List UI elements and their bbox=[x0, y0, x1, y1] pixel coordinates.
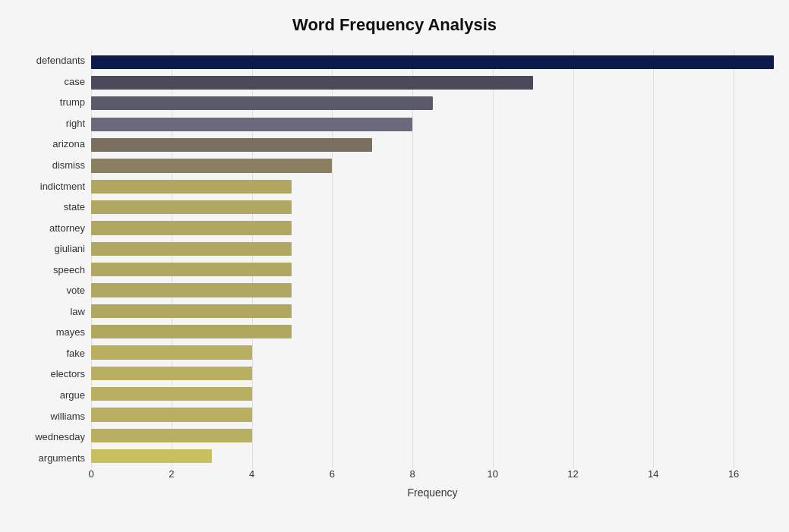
y-label: speech bbox=[53, 265, 85, 275]
bar bbox=[91, 345, 252, 359]
bar-row bbox=[91, 405, 774, 425]
x-tick: 0 bbox=[88, 468, 93, 480]
y-label: giuliani bbox=[55, 244, 85, 253]
bar-row bbox=[91, 72, 774, 93]
y-label: trump bbox=[60, 97, 85, 107]
bar bbox=[91, 263, 292, 276]
bar-row bbox=[91, 156, 774, 176]
bar-row bbox=[91, 218, 774, 238]
x-tick: 16 bbox=[728, 468, 739, 480]
bar bbox=[91, 242, 292, 256]
bar bbox=[91, 76, 533, 90]
y-label: electors bbox=[50, 369, 85, 379]
bar bbox=[91, 429, 252, 442]
bar-row bbox=[91, 197, 774, 217]
bar-row bbox=[91, 446, 774, 467]
bar-row bbox=[91, 425, 774, 445]
y-label: attorney bbox=[49, 223, 85, 233]
bar bbox=[91, 325, 292, 338]
bar bbox=[91, 304, 292, 318]
y-label: fake bbox=[66, 348, 85, 358]
bar-row bbox=[91, 342, 774, 363]
x-ticks-row: 0246810121416 bbox=[91, 468, 774, 483]
y-label: wednesday bbox=[35, 432, 85, 442]
y-label: arizona bbox=[52, 139, 85, 149]
bar bbox=[91, 200, 292, 214]
y-label: right bbox=[66, 118, 85, 128]
bar bbox=[91, 283, 292, 297]
y-label: case bbox=[65, 77, 85, 87]
bar-row bbox=[91, 93, 774, 114]
x-axis-label: Frequency bbox=[91, 486, 774, 499]
bar-row bbox=[91, 321, 774, 342]
y-label: defendants bbox=[36, 55, 85, 65]
bar-row bbox=[91, 280, 774, 301]
x-tick: 14 bbox=[648, 468, 658, 480]
y-label: argue bbox=[60, 390, 85, 400]
bar bbox=[91, 159, 332, 172]
grid-and-bars bbox=[91, 50, 774, 468]
x-tick: 12 bbox=[567, 468, 578, 480]
x-tick: 2 bbox=[169, 468, 174, 480]
bar-row bbox=[91, 176, 774, 197]
bar-row bbox=[91, 114, 774, 134]
bar bbox=[91, 55, 774, 69]
x-tick: 6 bbox=[330, 468, 335, 480]
y-label: vote bbox=[66, 285, 85, 295]
y-label: law bbox=[70, 307, 85, 316]
bar-row bbox=[91, 238, 774, 259]
chart-area: defendantscasetrumprightarizonadismissin… bbox=[15, 50, 774, 468]
bar bbox=[91, 367, 252, 380]
y-label: indictment bbox=[40, 181, 85, 191]
chart-title: Word Frequency Analysis bbox=[15, 15, 774, 35]
bar bbox=[91, 118, 412, 131]
bar-row bbox=[91, 301, 774, 321]
bar bbox=[91, 387, 252, 401]
bar bbox=[91, 449, 212, 463]
x-tick: 4 bbox=[249, 468, 254, 480]
bar-row bbox=[91, 259, 774, 279]
x-tick: 10 bbox=[488, 468, 498, 480]
x-axis-container: 0246810121416 Frequency bbox=[91, 468, 774, 506]
y-label: mayes bbox=[56, 327, 85, 337]
y-label: arguments bbox=[39, 453, 85, 463]
bar-row bbox=[91, 363, 774, 383]
y-label: williams bbox=[51, 411, 86, 421]
chart-container: Word Frequency Analysis defendantscasetr… bbox=[0, 0, 789, 532]
bar-row bbox=[91, 384, 774, 405]
bar bbox=[91, 221, 292, 235]
bars-wrapper bbox=[91, 50, 774, 468]
bar bbox=[91, 408, 252, 421]
bar-row bbox=[91, 52, 774, 72]
bar-row bbox=[91, 134, 774, 155]
bar bbox=[91, 138, 372, 152]
bar bbox=[91, 96, 433, 110]
y-labels: defendantscasetrumprightarizonadismissin… bbox=[15, 50, 91, 468]
y-label: state bbox=[64, 202, 85, 212]
x-tick: 8 bbox=[409, 468, 415, 480]
bar bbox=[91, 180, 292, 194]
y-label: dismiss bbox=[52, 160, 85, 170]
